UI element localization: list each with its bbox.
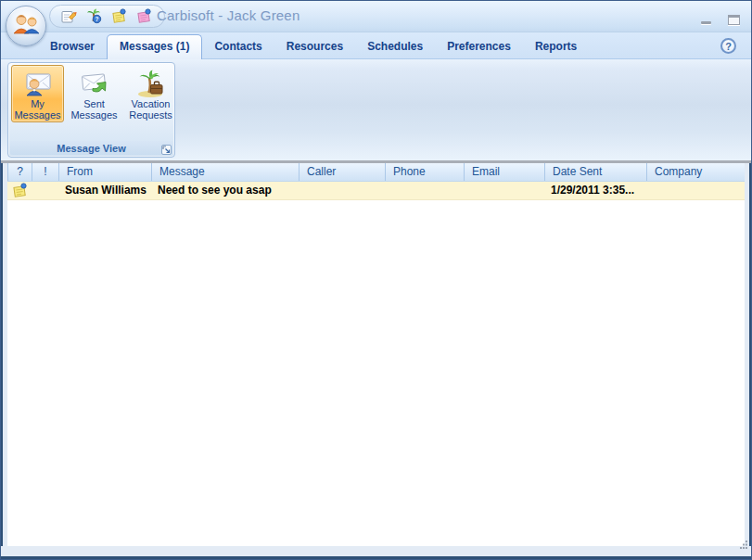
row-caller-cell (300, 182, 386, 199)
window-frame-left (1, 163, 7, 559)
column-header-company[interactable]: Company (647, 163, 745, 181)
column-header-caller[interactable]: Caller (300, 163, 386, 181)
tab-reports[interactable]: Reports (523, 34, 589, 58)
row-importance-cell (32, 182, 59, 199)
column-header-question[interactable]: ? (7, 163, 32, 181)
button-label-line1: Sent (83, 98, 105, 109)
ribbon-tab-strip: Browser Messages (1) Contacts Resources … (1, 32, 751, 58)
title-bar: ? (1, 1, 751, 32)
sent-messages-icon (80, 69, 109, 98)
pink-note-icon[interactable] (134, 7, 153, 26)
column-header-phone[interactable]: Phone (386, 163, 465, 181)
column-header-from[interactable]: From (59, 163, 152, 181)
column-header-importance[interactable]: ! (32, 163, 59, 181)
minimize-button[interactable] (698, 13, 713, 26)
message-row[interactable]: Susan Williams Need to see you asap 1/29… (7, 182, 745, 200)
button-label-line1: Vacation (132, 98, 171, 109)
grid-header: ? ! From Message Caller Phone Email Date… (7, 163, 745, 182)
tab-schedules[interactable]: Schedules (355, 34, 435, 58)
application-orb-button[interactable] (6, 6, 46, 46)
vacation-requests-icon (136, 69, 166, 98)
dialog-launcher-icon (162, 146, 171, 154)
status-bar (1, 546, 751, 559)
message-list-panel: ? ! From Message Caller Phone Email Date… (7, 163, 745, 546)
my-messages-button[interactable]: My Messages (11, 65, 64, 122)
button-label-line1: My (31, 98, 45, 109)
row-message-cell: Need to see you asap (152, 182, 300, 199)
ribbon-group-buttons: My Messages Sent (11, 65, 177, 122)
tab-messages[interactable]: Messages (1) (107, 34, 202, 59)
row-date-sent-cell: 1/29/2011 3:35... (545, 182, 647, 199)
row-company-cell (647, 182, 745, 199)
ribbon-group-message-view: My Messages Sent (7, 62, 175, 158)
yellow-note-icon (12, 183, 28, 198)
resize-grip[interactable] (739, 536, 748, 553)
tab-browser[interactable]: Browser (38, 34, 107, 58)
group-caption: Message View (10, 141, 172, 155)
button-label-line2: Messages (14, 109, 60, 121)
vacation-requests-button[interactable]: Vacation Requests (124, 65, 177, 122)
sent-messages-button[interactable]: Sent Messages (68, 65, 121, 122)
row-from-cell: Susan Williams (59, 182, 152, 199)
ribbon: My Messages Sent (1, 58, 751, 163)
column-header-email[interactable]: Email (465, 163, 545, 181)
maximize-icon (728, 15, 740, 25)
window-frame-right (745, 163, 751, 559)
maximize-button[interactable] (726, 13, 741, 26)
window-controls (698, 13, 741, 26)
help-button[interactable]: ? (720, 38, 736, 54)
column-header-message[interactable]: Message (152, 163, 300, 181)
row-phone-cell (386, 182, 465, 199)
tab-preferences[interactable]: Preferences (435, 34, 523, 58)
my-messages-icon (23, 69, 53, 98)
group-caption-label: Message View (57, 143, 125, 154)
yellow-note-icon[interactable] (109, 7, 128, 26)
button-label-line2: Requests (129, 109, 172, 121)
vacation-request-icon[interactable]: ? (84, 7, 103, 26)
window-title: Carbisoft - Jack Green (157, 7, 300, 23)
app-window: ? (0, 0, 752, 560)
two-people-icon (12, 14, 40, 38)
column-header-date-sent[interactable]: Date Sent (545, 163, 647, 181)
row-question-cell (7, 182, 32, 199)
minimize-icon (701, 21, 711, 24)
svg-text:?: ? (95, 16, 98, 22)
compose-message-icon[interactable] (59, 7, 78, 26)
dialog-launcher-button[interactable] (161, 145, 172, 155)
button-label-line2: Messages (70, 109, 117, 121)
quick-access-toolbar: ? (49, 5, 165, 28)
tab-resources[interactable]: Resources (274, 34, 355, 58)
row-email-cell (465, 182, 545, 199)
help-icon: ? (725, 41, 732, 52)
tab-contacts[interactable]: Contacts (202, 34, 274, 58)
